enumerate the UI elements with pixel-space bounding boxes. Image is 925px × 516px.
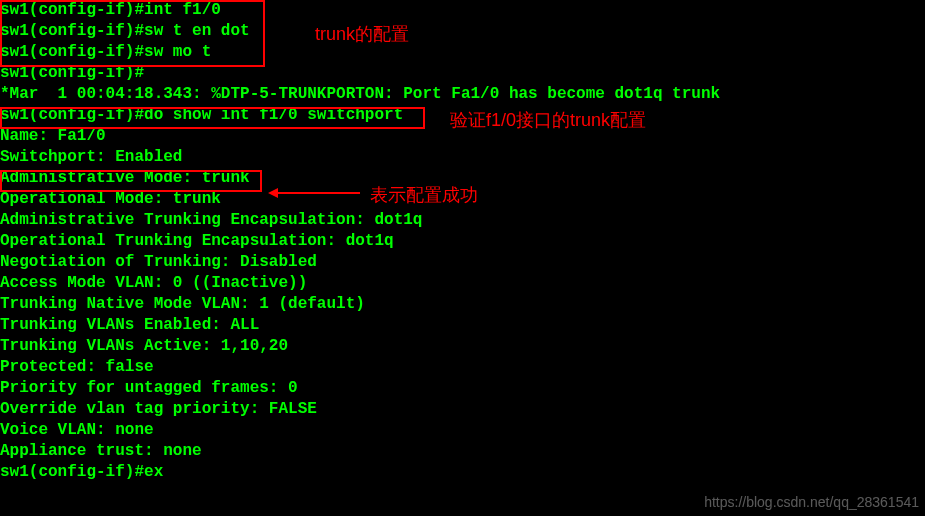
terminal-line: Operational Trunking Encapsulation: dot1…	[0, 231, 925, 252]
annotation-arrow-head	[268, 188, 278, 198]
terminal-line: Negotiation of Trunking: Disabled	[0, 252, 925, 273]
annotation-label-success: 表示配置成功	[370, 183, 478, 207]
terminal-line: sw1(config-if)#int f1/0	[0, 0, 925, 21]
terminal-line: Access Mode VLAN: 0 ((Inactive))	[0, 273, 925, 294]
terminal-line: Administrative Trunking Encapsulation: d…	[0, 210, 925, 231]
terminal-line: Protected: false	[0, 357, 925, 378]
terminal-line: sw1(config-if)#ex	[0, 462, 925, 483]
terminal-line: Appliance trust: none	[0, 441, 925, 462]
terminal-line: Trunking VLANs Enabled: ALL	[0, 315, 925, 336]
terminal-line: Switchport: Enabled	[0, 147, 925, 168]
terminal-line: Trunking VLANs Active: 1,10,20	[0, 336, 925, 357]
terminal-line: sw1(config-if)#sw t en dot	[0, 21, 925, 42]
terminal-line: Override vlan tag priority: FALSE	[0, 399, 925, 420]
annotation-arrow-line	[275, 192, 360, 194]
annotation-label-verify: 验证f1/0接口的trunk配置	[450, 108, 646, 132]
terminal-line: sw1(config-if)#sw mo t	[0, 42, 925, 63]
annotation-label-trunk: trunk的配置	[315, 22, 409, 46]
watermark: https://blog.csdn.net/qq_28361541	[704, 494, 919, 510]
terminal-line: Trunking Native Mode VLAN: 1 (default)	[0, 294, 925, 315]
terminal-line: sw1(config-if)#	[0, 63, 925, 84]
terminal-line: *Mar 1 00:04:18.343: %DTP-5-TRUNKPORTON:…	[0, 84, 925, 105]
terminal-line: Voice VLAN: none	[0, 420, 925, 441]
terminal-line: Priority for untagged frames: 0	[0, 378, 925, 399]
